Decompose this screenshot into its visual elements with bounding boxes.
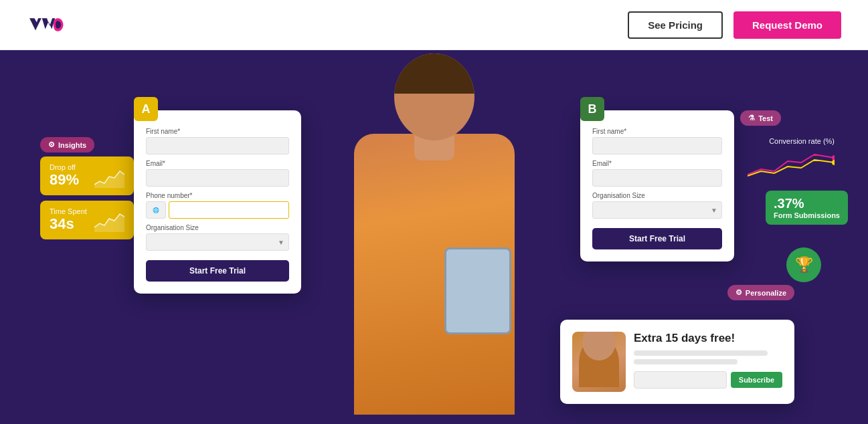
person-body	[334, 60, 535, 415]
conversion-chart	[748, 148, 835, 181]
insights-card: ⚙ Insights Drop off 89% Time Spent 34s	[40, 137, 134, 245]
test-label: Test	[758, 114, 773, 122]
variant-a-label: A	[134, 97, 158, 121]
personalize-person-thumb	[572, 332, 626, 392]
form-a-phone-row: 🌐	[146, 201, 289, 219]
form-submissions-badge: .37% Form Submissions	[766, 191, 848, 225]
conversion-label: Conversion rate (%)	[748, 137, 835, 145]
time-spent-card: Time Spent 34s	[40, 201, 134, 239]
form-card-b: B First name* Email* Organisation Size ▼…	[580, 110, 734, 261]
personalize-card: Extra 15 days free! Subscribe	[560, 320, 794, 404]
personalize-email-input[interactable]	[634, 371, 727, 389]
person-hair	[394, 54, 474, 94]
insights-label: Insights	[58, 141, 86, 149]
form-card-a: A First name* Email* Phone number* 🌐 Org…	[134, 110, 301, 294]
insights-icon: ⚙	[48, 140, 55, 149]
variant-b-label: B	[580, 97, 604, 121]
form-b-email-label: Email*	[592, 160, 722, 167]
form-a-org-label: Organisation Size	[146, 224, 289, 231]
insights-badge: ⚙ Insights	[40, 137, 94, 152]
form-a-phone-label: Phone number*	[146, 192, 289, 199]
personalize-label: Personalize	[746, 289, 786, 297]
personalize-input-row: Subscribe	[634, 371, 782, 389]
form-b-email-input[interactable]	[592, 169, 722, 187]
hero-person	[317, 50, 551, 424]
form-a-submit-button[interactable]: Start Free Trial	[146, 260, 289, 282]
form-submissions-percent: .37%	[774, 196, 840, 211]
conversion-rate-section: Conversion rate (%)	[748, 137, 835, 184]
svg-point-0	[832, 155, 835, 161]
personalize-icon: ⚙	[735, 288, 742, 297]
vwo-logo	[27, 11, 70, 38]
test-badge: ⚗ Test	[740, 110, 781, 126]
form-a-email-label: Email*	[146, 160, 289, 167]
svg-point-1	[832, 160, 835, 165]
see-pricing-button[interactable]: See Pricing	[628, 11, 723, 39]
form-b-submit-button[interactable]: Start Free Trial	[592, 228, 722, 249]
form-a-firstname-input[interactable]	[146, 137, 289, 154]
form-b-firstname-label: First name*	[592, 128, 722, 135]
form-b-org-label: Organisation Size	[592, 192, 722, 199]
tablet	[444, 247, 511, 334]
phone-flag[interactable]: 🌐	[146, 201, 166, 219]
personalize-line-2	[634, 359, 737, 364]
time-spent-label: Time Spent	[50, 207, 87, 215]
header: See Pricing Request Demo	[0, 0, 868, 50]
drop-off-card: Drop off 89%	[40, 156, 134, 195]
header-buttons: See Pricing Request Demo	[628, 11, 841, 39]
subscribe-button[interactable]: Subscribe	[731, 372, 782, 388]
time-spent-value: 34s	[50, 215, 87, 233]
form-b-firstname-input[interactable]	[592, 137, 722, 154]
form-a-firstname-label: First name*	[146, 128, 289, 135]
drop-off-chart	[94, 165, 124, 188]
form-a-phone-input[interactable]	[169, 201, 289, 219]
trophy-icon: 🏆	[786, 247, 821, 282]
drop-off-value: 89%	[50, 171, 79, 189]
personalize-badge: ⚙ Personalize	[727, 285, 794, 300]
form-a-email-input[interactable]	[146, 169, 289, 187]
request-demo-button[interactable]: Request Demo	[733, 11, 841, 39]
personalize-title: Extra 15 days free!	[634, 332, 782, 345]
drop-off-label: Drop off	[50, 163, 79, 171]
hero-section: ⚙ Insights Drop off 89% Time Spent 34s	[0, 50, 868, 424]
time-spent-chart	[94, 209, 124, 232]
person-head	[394, 54, 474, 140]
form-submissions-label: Form Submissions	[774, 211, 840, 219]
form-a-org-dropdown[interactable]: ▼	[146, 233, 289, 251]
test-icon: ⚗	[748, 114, 755, 122]
personalize-line-1	[634, 350, 768, 356]
logo	[27, 11, 70, 38]
personalize-text-content: Extra 15 days free! Subscribe	[634, 332, 782, 389]
form-b-org-dropdown[interactable]: ▼	[592, 201, 722, 219]
